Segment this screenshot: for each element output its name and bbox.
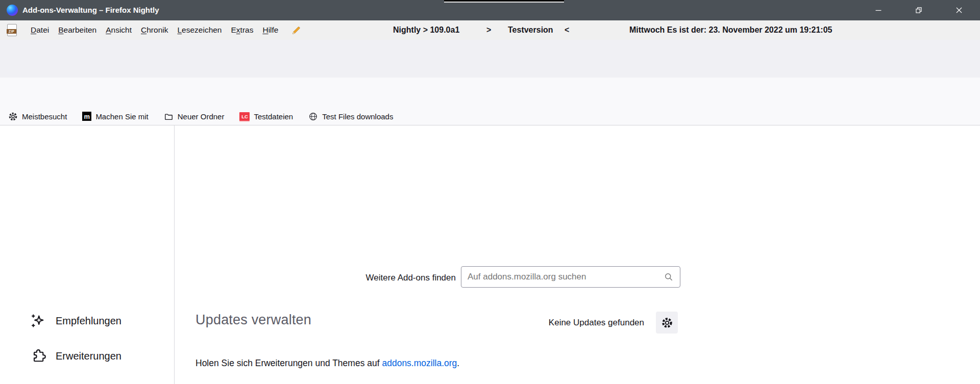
folder-icon — [164, 112, 174, 121]
zip-file-icon: ZIP — [7, 24, 17, 36]
window-title: Add-ons-Verwaltung – Firefox Nightly — [22, 0, 159, 20]
bookmark-meistbesucht[interactable]: Meistbesucht — [8, 112, 67, 121]
lc-icon: LC — [239, 112, 250, 121]
datetime-text: Mittwoch Es ist der: 23. November 2022 u… — [629, 20, 832, 40]
sidebar-item-themes[interactable]: Themes — [22, 376, 166, 384]
recommendations-sparkle-icon — [31, 313, 46, 328]
search-icon — [664, 272, 674, 282]
bookmark-test-files-downloads[interactable]: Test Files downloads — [308, 112, 393, 121]
profile-name: Testversion — [508, 20, 553, 40]
menu-extras[interactable]: Extras — [227, 20, 258, 40]
tabbar: Skript für Add-ons Update - Sei Add-ons-… — [0, 40, 980, 78]
titlebar: Add-ons-Verwaltung – Firefox Nightly — [0, 0, 980, 20]
globe-icon — [308, 112, 318, 121]
bookmarks-toolbar: Meistbesucht m Machen Sie mit Neuer Ordn… — [0, 108, 980, 125]
addons-search-field[interactable] — [461, 266, 680, 288]
restore-button[interactable] — [898, 0, 939, 20]
menu-ansicht[interactable]: Ansicht — [101, 20, 136, 40]
extensions-puzzle-icon — [31, 348, 46, 364]
window-controls — [858, 0, 979, 20]
update-status-text: Keine Updates gefunden — [549, 318, 644, 328]
gear-icon — [661, 317, 673, 329]
bookmark-machen-sie-mit[interactable]: m Machen Sie mit — [82, 112, 148, 121]
addons-manager-page: Empfehlungen Erweiterungen Themes Plugin… — [0, 125, 980, 384]
minimize-button[interactable] — [858, 0, 898, 20]
browser-window: Add-ons-Verwaltung – Firefox Nightly ZIP… — [0, 0, 980, 384]
bookmark-testdateien[interactable]: LC Testdateien — [239, 112, 293, 121]
addons-search-input[interactable] — [468, 272, 664, 282]
gear-icon — [8, 112, 18, 121]
update-settings-button[interactable] — [656, 312, 678, 334]
navigation-toolbar: Nightly about:addons W3C — [0, 78, 980, 108]
close-button[interactable] — [939, 0, 979, 20]
separator-lt: < — [565, 20, 569, 40]
mozilla-m-icon: m — [82, 112, 91, 121]
find-addons-label: Weitere Add-ons finden — [366, 273, 456, 283]
separator-gt: > — [486, 20, 491, 40]
bookmark-neuer-ordner[interactable]: Neuer Ordner — [164, 112, 225, 121]
nightly-version-path: Nightly > 109.0a1 — [393, 20, 459, 40]
page-title: Updates verwalten — [195, 312, 311, 328]
sidebar-divider — [174, 125, 175, 384]
menu-lesezeichen[interactable]: Lesezeichen — [173, 20, 226, 40]
menu-items: Datei Bearbeiten Ansicht Chronik Lesezei… — [26, 20, 283, 40]
screen-artifact-gray — [444, 2, 564, 3]
sidebar-item-erweiterungen[interactable]: Erweiterungen — [22, 341, 166, 371]
menu-datei[interactable]: Datei — [26, 20, 54, 40]
amo-link[interactable]: addons.mozilla.org — [382, 358, 457, 368]
get-addons-text: Holen Sie sich Erweiterungen und Themes … — [195, 358, 459, 369]
menu-hilfe[interactable]: Hilfe — [258, 20, 283, 40]
menubar: ZIP Datei Bearbeiten Ansicht Chronik Les… — [0, 20, 980, 40]
pencil-icon[interactable] — [291, 25, 302, 36]
menu-chronik[interactable]: Chronik — [136, 20, 173, 40]
sidebar-item-empfehlungen[interactable]: Empfehlungen — [22, 306, 166, 336]
menu-bearbeiten[interactable]: Bearbeiten — [54, 20, 101, 40]
firefox-logo-icon — [7, 5, 18, 16]
